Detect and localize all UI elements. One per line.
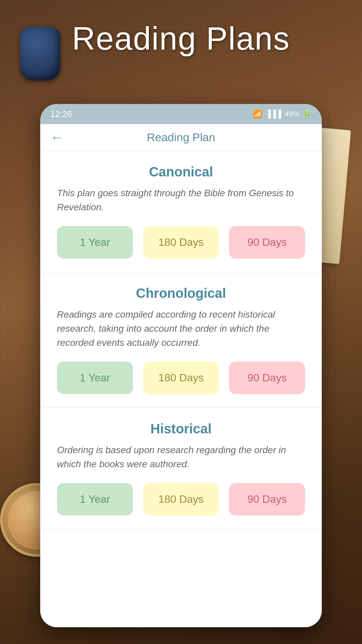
- nav-bar: ← Reading Plan: [40, 124, 322, 151]
- chronological-1year-button[interactable]: 1 Year: [57, 362, 133, 394]
- page-title: Reading Plans: [0, 20, 362, 57]
- chronological-90days-button[interactable]: 90 Days: [229, 362, 305, 394]
- canonical-90days-button[interactable]: 90 Days: [229, 226, 305, 259]
- signal-icon: ▐▐▐: [265, 110, 281, 118]
- historical-90days-button[interactable]: 90 Days: [229, 483, 305, 516]
- status-time: 12:26: [50, 109, 72, 119]
- canonical-section: Canonical This plan goes straight throug…: [40, 151, 322, 272]
- chronological-title: Chronological: [57, 286, 305, 301]
- canonical-1year-button[interactable]: 1 Year: [57, 226, 133, 259]
- nav-title: Reading Plan: [147, 131, 215, 144]
- chronological-section: Chronological Readings are compiled acco…: [40, 272, 322, 408]
- canonical-title: Canonical: [57, 164, 305, 179]
- content-area: Canonical This plan goes straight throug…: [40, 151, 322, 627]
- battery-icon: 🔋: [303, 110, 312, 118]
- chronological-180days-button[interactable]: 180 Days: [143, 362, 219, 394]
- canonical-180days-button[interactable]: 180 Days: [143, 226, 219, 259]
- chronological-buttons: 1 Year 180 Days 90 Days: [57, 362, 305, 394]
- battery-text: 49%: [285, 110, 299, 118]
- historical-buttons: 1 Year 180 Days 90 Days: [57, 483, 305, 516]
- historical-1year-button[interactable]: 1 Year: [57, 483, 133, 516]
- historical-description: Ordering is based upon research regardin…: [57, 443, 305, 471]
- phone-frame: 12:26 📶 ▐▐▐ 49% 🔋 ← Reading Plan Canonic…: [40, 104, 322, 627]
- chronological-description: Readings are compiled according to recen…: [57, 308, 305, 350]
- canonical-description: This plan goes straight through the Bibl…: [57, 186, 305, 214]
- historical-section: Historical Ordering is based upon resear…: [40, 408, 322, 529]
- back-button[interactable]: ←: [50, 130, 64, 145]
- historical-180days-button[interactable]: 180 Days: [143, 483, 219, 516]
- historical-title: Historical: [57, 421, 305, 436]
- status-icons: 📶 ▐▐▐ 49% 🔋: [253, 110, 312, 118]
- status-bar: 12:26 📶 ▐▐▐ 49% 🔋: [40, 104, 322, 124]
- canonical-buttons: 1 Year 180 Days 90 Days: [57, 226, 305, 259]
- wifi-icon: 📶: [253, 110, 262, 118]
- page-title-area: Reading Plans: [0, 20, 362, 57]
